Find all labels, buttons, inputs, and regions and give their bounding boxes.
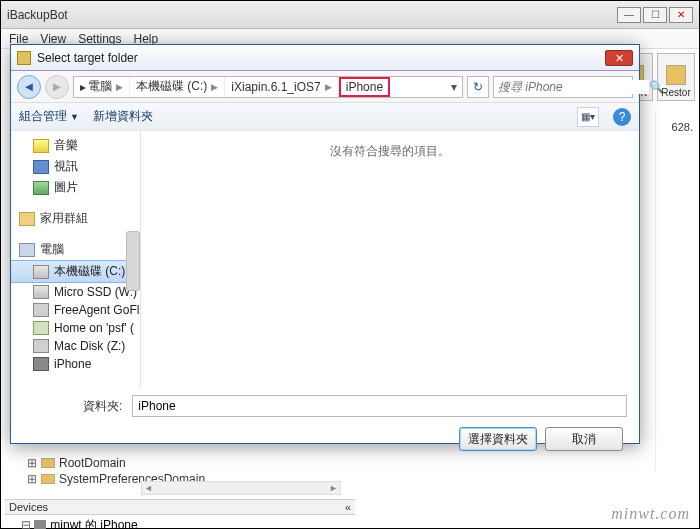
sidebar-drive-mac[interactable]: Mac Disk (Z:): [11, 337, 140, 355]
picture-icon: [33, 181, 49, 195]
sidebar: 音樂 視訊 圖片 家用群組 電腦 本機磁碟 (C:) Micro SSD (W:…: [11, 131, 141, 387]
breadcrumb-item[interactable]: iXiapin.6.1_iOS7▶: [225, 77, 338, 97]
breadcrumb-item-current[interactable]: iPhone: [339, 77, 390, 97]
external-drive-icon: [33, 339, 49, 353]
network-drive-icon: [33, 321, 49, 335]
app-titlebar: iBackupBot — ☐ ✕: [1, 1, 699, 29]
external-drive-icon: [33, 303, 49, 317]
folder-icon: [17, 51, 31, 65]
homegroup-icon: [19, 212, 35, 226]
nav-forward-button[interactable]: ►: [45, 75, 69, 99]
minimize-button[interactable]: —: [617, 7, 641, 23]
search-box[interactable]: 🔍: [493, 76, 633, 98]
sidebar-scrollbar[interactable]: [126, 231, 140, 291]
dialog-title: Select target folder: [37, 51, 605, 65]
nav-back-button[interactable]: ◄: [17, 75, 41, 99]
refresh-button[interactable]: ↻: [467, 76, 489, 98]
music-icon: [33, 139, 49, 153]
close-button[interactable]: ✕: [669, 7, 693, 23]
watermark: minwt.com: [611, 505, 690, 523]
device-item[interactable]: ⊟ minwt 的 iPhone: [21, 517, 339, 529]
maximize-button[interactable]: ☐: [643, 7, 667, 23]
breadcrumb-dropdown[interactable]: ▾: [446, 80, 462, 94]
restore-icon: [666, 65, 686, 85]
view-mode-button[interactable]: ▦▾: [577, 107, 599, 127]
phone-icon: [33, 357, 49, 371]
new-folder-button[interactable]: 新增資料夾: [93, 108, 153, 125]
empty-message: 沒有符合搜尋的項目。: [330, 144, 450, 158]
breadcrumb-item[interactable]: 本機磁碟 (C:)▶: [130, 77, 225, 97]
folder-icon: [41, 474, 55, 484]
sidebar-item-video[interactable]: 視訊: [11, 156, 140, 177]
drive-icon: [33, 265, 49, 279]
sidebar-iphone[interactable]: iPhone: [11, 355, 140, 373]
sidebar-drive-psf[interactable]: Home on 'psf' (: [11, 319, 140, 337]
search-icon: 🔍: [649, 80, 664, 94]
help-icon[interactable]: ?: [613, 108, 631, 126]
sidebar-item-pictures[interactable]: 圖片: [11, 177, 140, 198]
sidebar-drive-c[interactable]: 本機磁碟 (C:): [11, 260, 140, 283]
select-folder-dialog: Select target folder ✕ ◄ ► ▸ 電腦▶ 本機磁碟 (C…: [10, 44, 640, 444]
breadcrumb-item[interactable]: ▸ 電腦▶: [74, 77, 130, 97]
cancel-button[interactable]: 取消: [545, 427, 623, 451]
sidebar-drive-freeagent[interactable]: FreeAgent GoFl: [11, 301, 140, 319]
sidebar-drive-w[interactable]: Micro SSD (W:): [11, 283, 140, 301]
folder-icon: [41, 458, 55, 468]
expand-icon[interactable]: ⊞: [27, 472, 37, 486]
devices-header: Devices«: [5, 499, 355, 515]
organize-menu[interactable]: 組合管理 ▼: [19, 108, 79, 125]
right-pane: 628.: [655, 111, 695, 471]
size-value: 628.: [672, 121, 693, 133]
app-title: iBackupBot: [7, 8, 617, 22]
phone-icon: [34, 520, 46, 529]
drive-icon: [33, 285, 49, 299]
folder-name-input[interactable]: [132, 395, 627, 417]
restore-button[interactable]: Restor: [657, 53, 695, 101]
video-icon: [33, 160, 49, 174]
select-folder-button[interactable]: 選擇資料夾: [459, 427, 537, 451]
sidebar-computer[interactable]: 電腦: [11, 237, 140, 260]
chevron-icon[interactable]: «: [345, 501, 351, 513]
dialog-close-button[interactable]: ✕: [605, 50, 633, 66]
computer-icon: [19, 243, 35, 257]
search-input[interactable]: [498, 80, 649, 94]
sidebar-item-music[interactable]: 音樂: [11, 135, 140, 156]
file-pane: 沒有符合搜尋的項目。: [141, 131, 639, 387]
scrollbar[interactable]: ◄►: [141, 481, 341, 495]
folder-label: 資料夾:: [83, 398, 122, 415]
sidebar-homegroup[interactable]: 家用群組: [11, 206, 140, 229]
breadcrumb[interactable]: ▸ 電腦▶ 本機磁碟 (C:)▶ iXiapin.6.1_iOS7▶ iPhon…: [73, 76, 463, 98]
